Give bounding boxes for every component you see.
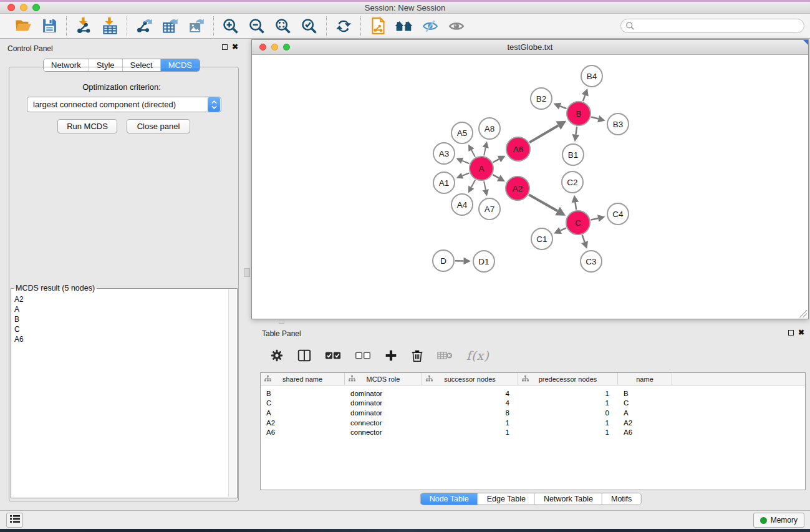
tab-edge-table[interactable]: Edge Table [478, 493, 534, 505]
export-image-icon[interactable] [187, 17, 206, 36]
cell-name: A [618, 409, 672, 417]
graph-edge-C-C2[interactable] [575, 202, 576, 210]
cell-shared-name: A [261, 409, 345, 417]
zoom-in-icon[interactable] [221, 17, 240, 36]
column-header-successor-nodes[interactable]: successor nodes [422, 373, 518, 385]
export-network-icon[interactable] [135, 17, 153, 36]
network-graph[interactable]: B4B2BB3A5A8A6B1A3AC2A1A2A4A7C4CC1C3DD1 [252, 55, 808, 319]
tab-motifs[interactable]: Motifs [602, 493, 640, 505]
graph-edge-B-B3[interactable] [591, 117, 598, 118]
mcds-result-item[interactable]: A6 [14, 334, 228, 344]
table-row[interactable]: A6connector11A6 [261, 427, 805, 437]
memory-status-icon [760, 517, 767, 524]
graph-node-label: A2 [513, 184, 523, 193]
list-icon [10, 515, 20, 526]
open-file-icon[interactable] [14, 17, 32, 36]
split-divider-handle[interactable] [244, 268, 250, 277]
criterion-dropdown[interactable]: largest connected component (directed) [27, 97, 221, 112]
graph-edge-B-B2[interactable] [560, 106, 566, 109]
split-divider-handle[interactable] [279, 320, 284, 324]
graph-edge-A-A1[interactable] [462, 173, 469, 176]
graph-edge-C-C1[interactable] [561, 228, 566, 231]
tab-network-table[interactable]: Network Table [534, 493, 602, 505]
network-file-icon[interactable] [369, 17, 387, 36]
save-session-icon[interactable] [40, 17, 59, 36]
graph-edge-A-A2[interactable] [493, 175, 498, 178]
resize-grip-icon[interactable] [799, 310, 807, 317]
table-row[interactable]: Adominator80A [261, 408, 805, 418]
show-preview-icon[interactable] [447, 17, 466, 36]
cell-MCDS-role: connector [345, 419, 422, 427]
graph-edge-C-C4[interactable] [591, 218, 599, 220]
close-panel-button[interactable]: Close panel [127, 119, 190, 133]
column-header-shared-name[interactable]: shared name [261, 373, 345, 385]
graph-edge-C-C3[interactable] [582, 235, 585, 242]
column-header-predecessor-nodes[interactable]: predecessor nodes [518, 373, 618, 385]
refresh-icon[interactable] [334, 17, 353, 36]
table-row[interactable]: Bdominator41B [261, 389, 805, 399]
column-header-name[interactable]: name [618, 373, 672, 385]
graph-edge-A-A8[interactable] [484, 148, 486, 156]
cell-predecessor-nodes: 1 [518, 428, 618, 436]
edge-arrowhead [483, 189, 489, 196]
select-all-icon[interactable] [325, 351, 341, 360]
add-column-icon[interactable] [385, 349, 397, 362]
delete-column-icon[interactable] [411, 349, 423, 362]
hide-details-icon[interactable] [421, 17, 440, 36]
graph-edge-B-B4[interactable] [583, 95, 585, 102]
graph-node-label: C3 [586, 257, 596, 266]
float-panel-icon[interactable] [222, 44, 228, 50]
network-window-titlebar[interactable]: testGlobe.txt [252, 40, 808, 55]
table-row[interactable]: Cdominator41C [261, 399, 805, 409]
mcds-result-scrollbar[interactable] [228, 289, 236, 497]
zoom-fit-icon[interactable] [274, 17, 292, 36]
search-field [620, 19, 804, 33]
graph-edge-B-B1[interactable] [576, 127, 577, 135]
zoom-selected-icon[interactable] [300, 17, 319, 36]
export-table-icon[interactable] [161, 17, 180, 36]
graph-node-label: B3 [613, 120, 624, 129]
float-panel-icon[interactable] [788, 330, 794, 336]
cell-predecessor-nodes: 1 [518, 390, 618, 397]
main-toolbar [0, 14, 810, 39]
close-panel-icon[interactable]: ✖ [798, 329, 804, 336]
close-panel-icon[interactable]: ✖ [232, 44, 238, 50]
search-input[interactable] [620, 19, 804, 33]
tab-node-table[interactable]: Node Table [421, 493, 478, 505]
graph-edge-A-A7[interactable] [484, 181, 486, 190]
mcds-result-item[interactable]: A [14, 304, 228, 314]
column-header-MCDS-role[interactable]: MCDS role [345, 373, 422, 385]
graph-edge-A6-B[interactable] [529, 125, 558, 142]
edge-arrowhead [597, 115, 605, 122]
mcds-result-item[interactable]: C [14, 324, 228, 334]
table-row[interactable]: A2connector11A2 [261, 418, 805, 428]
zoom-out-icon[interactable] [248, 17, 266, 36]
toggle-panel-icon[interactable] [297, 349, 311, 362]
optimization-criterion-label: Optimization criterion: [0, 82, 243, 92]
column-label: name [636, 375, 653, 383]
deselect-all-icon[interactable] [355, 351, 371, 360]
import-network-icon[interactable] [74, 17, 93, 36]
node-table[interactable]: shared nameMCDS rolesuccessor nodesprede… [260, 372, 806, 490]
network-view-window: testGlobe.txt B4B2BB3A5A8A6B1A3AC2A1A2A4… [251, 39, 809, 319]
graph-node-label: B4 [587, 72, 597, 81]
memory-button[interactable]: Memory [753, 513, 804, 528]
home-icon[interactable] [395, 17, 413, 36]
graph-edge-A2-C[interactable] [529, 195, 557, 211]
settings-gear-icon[interactable] [270, 349, 284, 362]
dropdown-stepper-icon [208, 97, 220, 112]
graph-edge-A-A5[interactable] [471, 150, 475, 157]
graph-edge-A-A6[interactable] [493, 159, 499, 162]
graph-edge-A-A4[interactable] [471, 180, 475, 188]
run-mcds-button[interactable]: Run MCDS [57, 119, 117, 133]
cell-predecessor-nodes: 1 [518, 419, 618, 427]
cell-name: B [618, 390, 672, 397]
graph-node-label: A5 [457, 128, 468, 138]
import-table-icon[interactable] [100, 17, 119, 36]
graph-edge-A-A3[interactable] [462, 161, 469, 164]
task-history-button[interactable] [6, 513, 23, 528]
mcds-result-item[interactable]: A2 [14, 294, 228, 304]
mcds-result-item[interactable]: B [14, 314, 228, 324]
network-canvas[interactable]: B4B2BB3A5A8A6B1A3AC2A1A2A4A7C4CC1C3DD1 [252, 55, 808, 319]
table-panel-title: Table Panel [262, 329, 301, 338]
